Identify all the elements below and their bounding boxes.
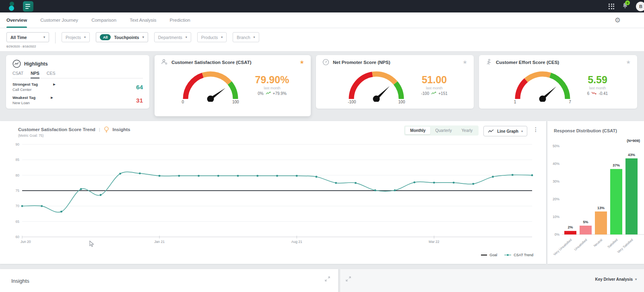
favorite-star-icon[interactable]: ★ [626, 59, 631, 65]
nps-card: Net Promoter Score (NPS) ★ -100 100 51.0… [316, 55, 474, 109]
svg-text:0%: 0% [555, 232, 560, 236]
range-monthly-button[interactable]: Monthly [405, 127, 430, 134]
insights-link[interactable]: Insights [113, 127, 130, 132]
nps-gauge [342, 66, 411, 103]
svg-text:30%: 30% [553, 179, 559, 183]
notification-badge: 9 [625, 0, 630, 5]
svg-text:40%: 40% [553, 162, 559, 166]
chevron-down-icon: ▾ [254, 35, 255, 39]
highlights-card: Highlights CSAT NPS CES Strongest Tag ▶ … [6, 55, 149, 109]
insights-panel: Insights [0, 269, 338, 292]
chevron-down-icon: ▾ [186, 35, 187, 39]
period-label: last month [421, 86, 448, 90]
period-label: last month [587, 86, 608, 90]
svg-text:75: 75 [16, 189, 20, 193]
touchpoints-filter-dropdown[interactable]: All Touchpoints ▾ [96, 32, 148, 42]
runner-icon [485, 59, 492, 66]
chevron-down-icon: ▾ [221, 35, 223, 39]
settings-gear-icon[interactable]: ⚙ [615, 17, 621, 24]
chart-legend: Goal CSAT Trend [481, 253, 533, 257]
highlights-tab-nps[interactable]: NPS [31, 71, 39, 78]
products-filter-dropdown[interactable]: Products ▾ [197, 32, 227, 42]
svg-text:65: 65 [16, 220, 20, 224]
svg-text:Very Unsatisfied: Very Unsatisfied [553, 238, 572, 256]
range-quarterly-button[interactable]: Quarterly [430, 127, 456, 134]
metric-goal-label: (Metric Goal: 75) [18, 134, 43, 138]
divider: | [99, 127, 100, 132]
trend-up-icon [266, 91, 271, 96]
gauge-max-label: 100 [398, 100, 405, 104]
favorite-star-icon[interactable]: ★ [299, 59, 304, 65]
projects-filter-dropdown[interactable]: Projects ▾ [62, 32, 90, 42]
svg-text:37%: 37% [613, 163, 620, 167]
branch-filter-dropdown[interactable]: Branch ▾ [233, 32, 259, 42]
svg-text:Jun 20: Jun 20 [21, 240, 31, 244]
tab-comparison[interactable]: Comparison [91, 12, 116, 28]
caret-right-icon: ▶ [53, 83, 55, 86]
top-bar: 9 B [0, 0, 644, 12]
trend-chart-title: Customer Satisfaction Score Trend [18, 127, 95, 132]
svg-text:5%: 5% [583, 220, 588, 224]
highlights-tab-ces[interactable]: CES [47, 71, 56, 78]
key-driver-dropdown[interactable]: Key Driver Analysis ▾ [595, 277, 637, 282]
highlight-row-strongest[interactable]: Strongest Tag ▶ Call Center 64 [12, 82, 143, 92]
expand-icon[interactable] [325, 276, 330, 282]
chevron-down-icon: ▾ [142, 35, 144, 39]
trend-down-icon [591, 91, 597, 96]
graph-type-dropdown[interactable]: Line Graph ▾ [483, 126, 527, 136]
tab-prediction[interactable]: Prediction [170, 12, 190, 28]
period-label: last month [255, 86, 289, 90]
svg-text:13%: 13% [597, 206, 605, 210]
tab-customer-journey[interactable]: Customer Journey [40, 12, 78, 28]
highlight-row-weakest[interactable]: Weakest Tag ▶ New Loan 31 [12, 95, 143, 105]
svg-text:2%: 2% [568, 225, 573, 229]
chevron-down-icon: ▾ [43, 35, 45, 39]
time-filter-dropdown[interactable]: All Time ▾ [6, 32, 49, 42]
distribution-title: Response Distribution (CSAT) [554, 128, 617, 133]
expand-icon[interactable] [346, 276, 351, 282]
filter-bar: All Time ▾ 6/29/2020 - 8/16/2022 Project… [0, 28, 644, 51]
svg-text:Mar 22: Mar 22 [429, 240, 440, 244]
user-avatar[interactable]: B [636, 2, 644, 11]
tab-overview[interactable]: Overview [6, 12, 27, 28]
highlights-tab-csat[interactable]: CSAT [12, 71, 23, 78]
gauge-min-label: -100 [348, 100, 356, 104]
csat-card: Customer Satisfaction Score (CSAT) ★ 0 1… [155, 55, 311, 116]
csat-gauge [176, 66, 245, 103]
notifications-button[interactable]: 9 [622, 2, 628, 10]
goal-legend-swatch [481, 254, 487, 256]
distribution-bar-chart: 0%10%20%30%40%50%2%Very Unsatisfied5%Uns… [547, 141, 644, 262]
app-menu-button[interactable] [23, 1, 33, 12]
ces-card: Customer Effort Score (CES) ★ 1 7 5.59 l… [479, 55, 637, 109]
response-distribution-panel: Response Distribution (CSAT) (N=909) 0%1… [547, 121, 644, 264]
csat-trend-panel: Customer Satisfaction Score Trend | Insi… [0, 121, 546, 264]
nps-value: 51.00 [421, 74, 448, 86]
person-star-icon [161, 59, 168, 66]
strongest-tag-value: Call Center [12, 87, 56, 92]
range-yearly-button[interactable]: Yearly [457, 127, 477, 134]
svg-text:Jan 21: Jan 21 [154, 240, 165, 244]
weakest-tag-value: New Loan [12, 101, 53, 105]
ces-gauge [508, 66, 577, 103]
departments-filter-dropdown[interactable]: Departments ▾ [154, 32, 191, 42]
svg-text:Neutral: Neutral [593, 238, 603, 248]
key-driver-panel: Key Driver Analysis ▾ [340, 269, 644, 292]
ces-value: 5.59 [587, 74, 608, 86]
apps-grid-icon[interactable] [609, 4, 614, 9]
svg-text:70: 70 [16, 204, 20, 208]
nps-title: Net Promoter Score (NPS) [333, 60, 390, 65]
csat-trend-chart: 60657075808590Jun 20Jan 21Aug 21Mar 22 [0, 139, 546, 257]
nav-tab-bar: Overview Customer Journey Comparison Tex… [0, 12, 644, 28]
range-segmented-control: Monthly Quarterly Yearly [404, 125, 479, 136]
svg-text:50%: 50% [553, 144, 559, 148]
more-options-icon[interactable]: ⋮ [533, 126, 539, 133]
gauge-min-label: 1 [514, 100, 516, 104]
chevron-down-icon: ▾ [84, 35, 86, 39]
tab-text-analysis[interactable]: Text Analysis [130, 12, 156, 28]
insights-panel-title: Insights [11, 278, 29, 284]
favorite-star-icon[interactable]: ★ [462, 59, 467, 65]
date-range-label: 6/29/2020 - 8/16/2022 [6, 45, 49, 48]
csat-title: Customer Satisfaction Score (CSAT) [171, 60, 252, 65]
trend-circle-icon [12, 60, 21, 68]
svg-text:43%: 43% [628, 153, 635, 157]
